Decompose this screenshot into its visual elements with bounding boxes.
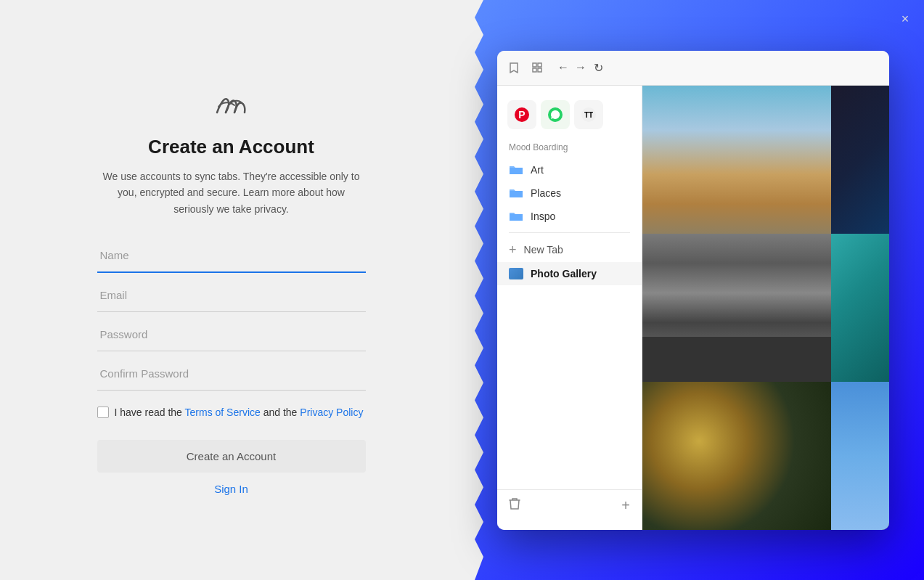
trash-icon[interactable] (509, 497, 520, 513)
svg-rect-2 (533, 68, 536, 72)
svg-rect-3 (538, 68, 541, 72)
password-field[interactable] (97, 318, 366, 351)
browser-content: P TT (497, 86, 889, 530)
refresh-button[interactable]: ↻ (590, 60, 606, 75)
tiktok-tab[interactable]: TT (574, 100, 603, 129)
add-icon[interactable]: + (621, 497, 630, 514)
terms-row: I have read the Terms of Service and the… (97, 407, 366, 418)
app-logo (210, 85, 253, 136)
browser-sidebar: P TT (497, 86, 642, 530)
photo-gallery-thumb (509, 268, 523, 279)
places-label: Places (531, 187, 561, 199)
photo-lights (642, 382, 831, 530)
whatsapp-tab[interactable] (541, 100, 570, 129)
svg-text:TT: TT (584, 111, 593, 119)
terms-text: I have read the Terms of Service and the… (115, 407, 364, 418)
name-field[interactable] (97, 239, 366, 273)
nav-buttons: ← → ↻ (555, 60, 606, 75)
photo-grid (642, 86, 889, 530)
photo-dark-top (831, 86, 889, 234)
form-fields (97, 239, 366, 393)
browser-window: ← → ↻ P (497, 51, 889, 530)
sidebar-bottom: + (497, 489, 642, 521)
grid-icon[interactable] (529, 60, 545, 75)
left-panel: Create an Account We use accounts to syn… (0, 0, 462, 580)
mood-boarding-label: Mood Boarding (497, 139, 642, 158)
page-subtitle: We use accounts to sync tabs. They're ac… (101, 168, 362, 217)
signup-form: I have read the Terms of Service and the… (97, 239, 366, 495)
browser-toolbar: ← → ↻ (497, 51, 889, 86)
new-tab-item[interactable]: + New Tab (497, 237, 642, 262)
terms-checkbox[interactable] (97, 407, 109, 418)
privacy-policy-link[interactable]: Privacy Policy (300, 407, 363, 418)
close-button[interactable]: × (896, 10, 914, 28)
photo-beach (642, 86, 831, 234)
inspo-label: Inspo (531, 211, 555, 222)
page-title: Create an Account (148, 136, 314, 158)
sidebar-divider (509, 232, 630, 233)
back-button[interactable]: ← (555, 60, 571, 75)
sidebar-item-art[interactable]: Art (497, 158, 642, 181)
sidebar-item-places[interactable]: Places (497, 181, 642, 205)
pinned-tabs: P TT (497, 94, 642, 139)
forward-button[interactable]: → (573, 60, 589, 75)
photo-overhead (642, 234, 831, 382)
pinterest-tab[interactable]: P (507, 100, 536, 129)
art-label: Art (531, 164, 544, 176)
photo-gallery-label: Photo Gallery (531, 268, 597, 279)
svg-text:P: P (518, 109, 525, 121)
create-account-button[interactable]: Create an Account (97, 440, 366, 473)
confirm-password-field[interactable] (97, 357, 366, 391)
svg-rect-1 (538, 63, 541, 67)
signin-link[interactable]: Sign In (97, 483, 366, 495)
email-field[interactable] (97, 279, 366, 312)
photo-teal (831, 234, 889, 382)
new-tab-label: New Tab (524, 244, 563, 256)
right-panel: × ← → ↻ (462, 0, 924, 580)
sidebar-item-inspo[interactable]: Inspo (497, 205, 642, 228)
photo-sky (831, 382, 889, 530)
svg-rect-0 (533, 63, 536, 67)
bookmarks-icon[interactable] (506, 60, 522, 75)
photo-gallery-item[interactable]: Photo Gallery (497, 262, 642, 285)
terms-of-service-link[interactable]: Terms of Service (185, 407, 261, 418)
